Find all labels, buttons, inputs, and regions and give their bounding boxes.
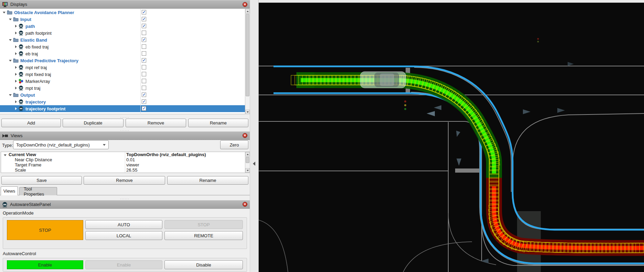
properties-scrollbar[interactable] — [245, 152, 250, 173]
tree-row-input[interactable]: Input✓ — [0, 16, 250, 23]
viewport-top-strip — [259, 0, 644, 2]
visibility-checkbox[interactable]: ✓ — [142, 17, 146, 21]
duplicate-button[interactable]: Duplicate — [63, 119, 124, 127]
disable-control-button[interactable]: Disable — [164, 260, 243, 269]
tree-row-markerarray[interactable]: MarkerArray — [0, 78, 250, 85]
tree-row-label: path footprint — [25, 31, 52, 36]
autoware-icon — [17, 72, 24, 77]
property-value: 0.01 — [126, 157, 135, 162]
property-value: viewer — [126, 162, 139, 167]
visibility-checkbox[interactable] — [142, 44, 146, 49]
zero-button[interactable]: Zero — [220, 140, 248, 149]
visibility-checkbox[interactable] — [142, 51, 146, 56]
tree-row-path[interactable]: path✓ — [0, 23, 250, 30]
displays-icon — [2, 2, 8, 7]
tree-row-trajectory-footprint[interactable]: trajectory footprint✓ — [0, 105, 250, 112]
scroll-down-icon[interactable] — [245, 168, 250, 173]
enable-control-button: Enable — [85, 260, 162, 269]
property-row[interactable]: Current ViewTopDownOrtho (rviz_default_p… — [1, 152, 249, 157]
scroll-up-icon[interactable] — [245, 9, 250, 13]
expander-icon[interactable] — [9, 19, 12, 20]
tree-row-label: mpt fixed traj — [25, 72, 51, 77]
expander-icon[interactable] — [9, 94, 12, 96]
visibility-checkbox[interactable] — [142, 65, 146, 69]
view-type-value: TopDownOrtho (rviz_default_plugins) — [16, 142, 90, 148]
folder-icon — [12, 37, 19, 43]
displays-tree-scrollbar[interactable] — [245, 9, 250, 114]
visibility-checkbox[interactable] — [142, 86, 146, 90]
displays-close-icon[interactable]: ✕ — [243, 2, 247, 7]
collapse-panel-icon[interactable] — [253, 162, 255, 166]
visibility-checkbox[interactable]: ✓ — [142, 24, 146, 28]
tree-column-divider — [140, 9, 141, 114]
views-close-icon[interactable]: ✕ — [243, 133, 247, 138]
tree-row-eb-fixed-traj[interactable]: eb fixed traj — [0, 43, 250, 50]
panel-resize-grip[interactable]: ...... — [0, 115, 250, 118]
trajectory — [297, 72, 644, 248]
tree-row-mpt-traj[interactable]: mpt traj — [0, 85, 250, 91]
tree-row-label: eb traj — [25, 51, 38, 56]
displays-panel-header[interactable]: Displays ✕ — [0, 0, 250, 9]
local-mode-button[interactable]: LOCAL — [85, 231, 162, 240]
scroll-up-icon[interactable] — [245, 152, 250, 156]
views-panel-header[interactable]: Views ✕ — [0, 131, 250, 140]
views-panel-title: Views — [11, 133, 22, 138]
displays-tree: Obstacle Avoidance Planner✓Input✓path✓pa… — [0, 9, 250, 114]
rename-button[interactable]: Rename — [188, 119, 248, 127]
visibility-checkbox[interactable] — [142, 72, 146, 76]
autoware-state-panel-header[interactable]: AutowareStatePanel ✕ — [0, 200, 250, 209]
auto-mode-button[interactable]: AUTO — [85, 220, 162, 229]
tree-row-obstacle-avoidance-planner[interactable]: Obstacle Avoidance Planner✓ — [0, 9, 250, 16]
remote-mode-button[interactable]: REMOTE — [164, 231, 243, 240]
visibility-checkbox[interactable]: ✓ — [142, 37, 146, 42]
tree-row-mpt-ref-traj[interactable]: mpt ref traj — [0, 64, 250, 71]
tree-row-path-footprint[interactable]: path footprint — [0, 30, 250, 36]
scrollbar-thumb[interactable] — [246, 157, 249, 163]
property-row[interactable]: Near Clip Distance0.01 — [1, 157, 249, 162]
rename-view-button[interactable]: Rename — [167, 176, 248, 185]
expander-icon[interactable] — [9, 60, 12, 62]
save-view-button[interactable]: Save — [1, 176, 82, 185]
expander-icon[interactable] — [3, 12, 6, 13]
tree-row-output[interactable]: Output✓ — [0, 91, 250, 98]
remove-button[interactable]: Remove — [126, 119, 186, 127]
3d-viewport[interactable] — [259, 0, 644, 272]
scroll-down-icon[interactable] — [245, 110, 250, 114]
visibility-checkbox[interactable] — [142, 31, 146, 35]
tree-row-trajectory[interactable]: trajectory✓ — [0, 98, 250, 105]
remove-view-button[interactable]: Remove — [84, 176, 165, 185]
property-name: Near Clip Distance — [15, 157, 52, 162]
visibility-checkbox[interactable]: ✓ — [142, 106, 146, 111]
visibility-checkbox[interactable]: ✓ — [142, 99, 146, 104]
visibility-checkbox[interactable]: ✓ — [142, 58, 146, 63]
tree-row-elastic-band[interactable]: Elastic Band✓ — [0, 36, 250, 43]
autoware-control-status-badge: Enable — [7, 260, 83, 269]
tree-row-label: mpt traj — [25, 86, 40, 91]
tab-tool-properties[interactable]: Tool Properties — [19, 187, 57, 195]
scene-canvas[interactable] — [259, 0, 644, 272]
property-row[interactable]: Scale26.55 — [1, 167, 249, 173]
add-button[interactable]: Add — [1, 119, 61, 127]
panel-resize-grip[interactable]: ...... — [0, 128, 250, 131]
panel-splitter[interactable] — [250, 0, 259, 272]
views-camera-icon — [2, 133, 8, 138]
tree-row-model-predictive-trajectory[interactable]: Model Predictive Trajectory✓ — [0, 57, 250, 64]
tree-row-label: trajectory — [25, 99, 46, 105]
property-name: Target Frame — [15, 162, 41, 167]
folder-icon — [12, 17, 19, 22]
folder-icon — [6, 10, 12, 15]
visibility-checkbox[interactable]: ✓ — [142, 10, 146, 14]
expander-icon[interactable] — [9, 39, 12, 41]
autoware-panel-close-icon[interactable]: ✕ — [243, 202, 247, 207]
tree-row-mpt-fixed-traj[interactable]: mpt fixed traj — [0, 71, 250, 78]
panel-resize-grip[interactable]: ...... — [0, 196, 250, 200]
tree-row-eb-traj[interactable]: eb traj — [0, 50, 250, 57]
visibility-checkbox[interactable] — [142, 79, 146, 83]
lane-boundary-inner — [273, 93, 644, 263]
visibility-checkbox[interactable]: ✓ — [142, 93, 146, 97]
tab-views[interactable]: Views — [1, 186, 18, 195]
scrollbar-thumb[interactable] — [246, 14, 249, 96]
autoware-logo-icon — [2, 202, 8, 207]
view-type-dropdown[interactable]: TopDownOrtho (rviz_default_plugins) — [13, 140, 109, 149]
property-row[interactable]: Target Frameviewer — [1, 162, 249, 167]
